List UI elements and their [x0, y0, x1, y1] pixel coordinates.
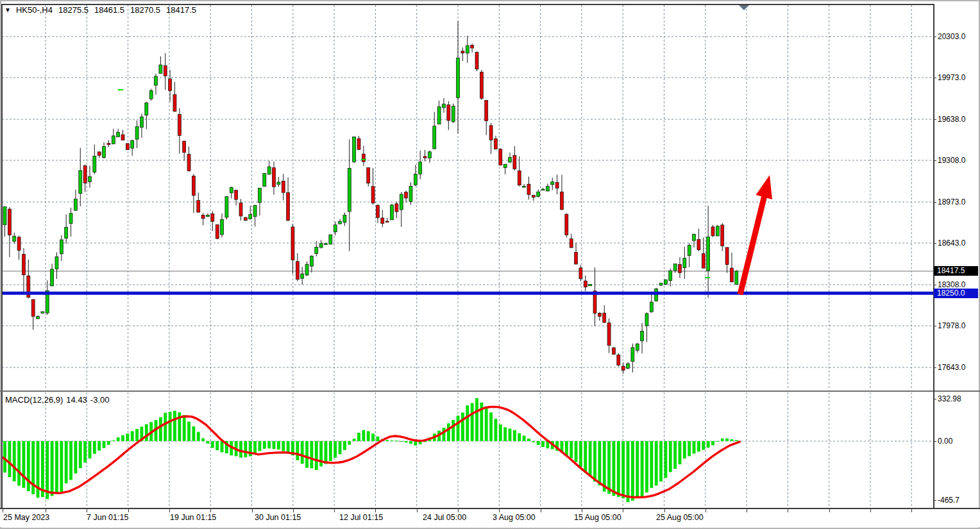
price-axis-tick: [933, 285, 936, 285]
price-axis-label: 19308.0: [938, 156, 965, 165]
price-axis-tick: [933, 78, 936, 78]
time-axis-tick: [541, 509, 541, 512]
price-axis-label: 19638.0: [938, 115, 965, 124]
time-axis-label: 3 Aug 05:00: [493, 513, 536, 522]
price-axis-label: 18643.0: [938, 239, 965, 248]
time-axis-tick: [375, 509, 376, 512]
ohlc-low: 18270.5: [130, 5, 160, 15]
macd-name: MACD(12,26,9): [5, 395, 63, 405]
chart-window: ▼HK50-,H418275.518461.518270.518417.5 MA…: [0, 0, 980, 529]
time-axis-separator: [0, 508, 980, 509]
price-axis-tick: [933, 37, 936, 37]
price-axis-label: 17643.0: [938, 363, 965, 372]
time-axis-tick: [582, 509, 582, 512]
macd-signal-value: -3.00: [90, 395, 110, 405]
indicator-axis-tick: [933, 441, 936, 442]
indicator-axis[interactable]: 332.980.00-465.7: [934, 390, 979, 507]
time-axis-label: 24 Jul 05:00: [423, 513, 466, 522]
time-axis-label: 30 Jun 01:15: [255, 513, 301, 522]
symbol-dropdown-icon[interactable]: ▼: [4, 6, 11, 13]
ohlc-high: 18461.5: [94, 5, 124, 15]
indicator-axis-tick: [933, 500, 936, 501]
time-axis-tick: [911, 509, 912, 512]
time-axis-label: 12 Jul 01:15: [339, 513, 383, 522]
time-axis-tick: [417, 509, 418, 512]
time-axis-tick: [705, 509, 706, 512]
macd-main-value: 14.43: [66, 395, 87, 405]
time-axis-tick: [870, 509, 871, 512]
time-axis-label: 19 Jun 01:15: [170, 513, 216, 522]
price-axis-label: 17978.0: [938, 321, 965, 330]
time-axis-tick: [829, 509, 830, 512]
price-axis-tick: [933, 160, 936, 161]
time-axis[interactable]: 25 May 20237 Jun 01:1519 Jun 01:1530 Jun…: [0, 508, 980, 527]
price-axis-label: 19973.0: [938, 73, 965, 82]
time-axis-tick: [128, 509, 129, 512]
price-axis-tick: [933, 326, 936, 326]
price-axis[interactable]: 20303.019973.019638.019308.018973.018643…: [934, 0, 979, 390]
buy-arrow-annotation[interactable]: [740, 175, 772, 294]
time-axis-tick: [788, 509, 788, 512]
plot-left-border: [1, 4, 3, 508]
time-axis-tick: [664, 509, 665, 512]
indicator-axis-label: 332.98: [938, 394, 961, 403]
macd-indicator-label: MACD(12,26,9)14.43-3.00: [5, 395, 113, 405]
pane-divider[interactable]: [0, 390, 980, 392]
time-axis-tick: [252, 509, 253, 512]
ohlc-open: 18275.5: [58, 5, 89, 15]
indicator-axis-tick: [933, 399, 936, 399]
time-axis-label: 25 May 2023: [3, 513, 49, 522]
indicator-axis-label: -465.7: [938, 496, 959, 505]
time-axis-tick: [458, 509, 459, 512]
ohlc-close: 18417.5: [166, 5, 196, 15]
time-axis-tick: [499, 509, 500, 512]
time-axis-label: 15 Aug 05:00: [574, 513, 621, 522]
indicator-axis-label: 0.00: [938, 437, 952, 446]
time-axis-tick: [169, 509, 170, 512]
time-axis-tick: [747, 509, 747, 512]
candle-wicks: [5, 21, 737, 374]
price-axis-tick: [933, 243, 936, 244]
price-axis-label: 20303.0: [938, 32, 965, 41]
time-axis-tick: [210, 509, 211, 512]
ohlc-header: ▼HK50-,H418275.518461.518270.518417.5: [4, 5, 202, 15]
time-axis-tick: [46, 509, 46, 512]
level-price-badge: 18250.0: [934, 289, 978, 298]
time-axis-tick: [623, 509, 623, 512]
price-axis-tick: [933, 119, 936, 120]
time-axis-label: 25 Aug 05:00: [656, 513, 704, 522]
price-axis-tick: [933, 202, 936, 203]
candlesticks: [3, 46, 738, 371]
time-axis-tick: [3, 509, 3, 512]
current-price-badge: 18417.5: [934, 266, 978, 276]
price-axis-label: 18973.0: [938, 197, 965, 206]
time-axis-tick: [334, 509, 335, 512]
symbol-period-label: HK50-,H4: [16, 5, 53, 15]
time-axis-tick: [293, 509, 294, 512]
chart-shift-marker-icon[interactable]: [739, 5, 749, 10]
macd-histogram: [3, 398, 738, 502]
time-axis-tick: [87, 509, 87, 512]
chart-plot-area[interactable]: [2, 0, 933, 507]
price-axis-tick: [933, 367, 936, 368]
time-axis-label: 7 Jun 01:15: [87, 513, 128, 522]
